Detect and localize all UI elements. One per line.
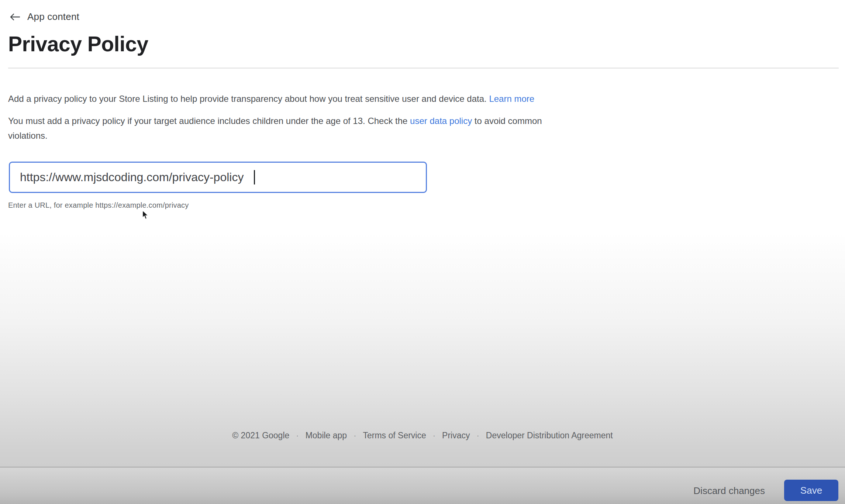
mouse-cursor-icon <box>142 210 148 221</box>
footer-link-developer-distribution-agreement[interactable]: Developer Distribution Agreement <box>486 431 613 441</box>
footer-copyright: © 2021 Google <box>232 431 289 441</box>
intro-paragraph: Add a privacy policy to your Store Listi… <box>8 92 534 106</box>
footer-separator: · <box>433 431 435 441</box>
privacy-policy-url-input[interactable] <box>9 162 427 193</box>
back-label[interactable]: App content <box>27 11 79 23</box>
learn-more-link[interactable]: Learn more <box>489 94 534 104</box>
intro-text: Add a privacy policy to your Store Listi… <box>8 94 489 104</box>
note-text-pre: You must add a privacy policy if your ta… <box>8 116 410 126</box>
user-data-policy-link[interactable]: user data policy <box>410 116 472 126</box>
footer-separator: · <box>477 431 479 441</box>
note-text-line2: violations. <box>8 131 48 141</box>
footer-separator: · <box>296 431 299 441</box>
footer-separator: · <box>353 431 356 441</box>
privacy-policy-page: App content Privacy Policy Add a privacy… <box>0 0 845 504</box>
input-helper-text: Enter a URL, for example https://example… <box>8 201 189 210</box>
back-button[interactable]: App content <box>9 11 79 23</box>
footer-link-privacy[interactable]: Privacy <box>442 431 470 441</box>
footer: © 2021 Google · Mobile app · Terms of Se… <box>0 431 845 441</box>
footer-link-mobile-app[interactable]: Mobile app <box>306 431 347 441</box>
action-bar: Discard changes Save <box>0 467 845 504</box>
discard-changes-button[interactable]: Discard changes <box>691 480 767 502</box>
save-button[interactable]: Save <box>784 480 838 501</box>
policy-note-paragraph: You must add a privacy policy if your ta… <box>8 114 542 143</box>
back-arrow-icon[interactable] <box>9 13 20 21</box>
footer-link-terms-of-service[interactable]: Terms of Service <box>363 431 426 441</box>
note-text-post: to avoid common <box>472 116 542 126</box>
title-divider <box>8 68 839 69</box>
text-caret <box>254 170 255 184</box>
page-title: Privacy Policy <box>8 32 148 55</box>
